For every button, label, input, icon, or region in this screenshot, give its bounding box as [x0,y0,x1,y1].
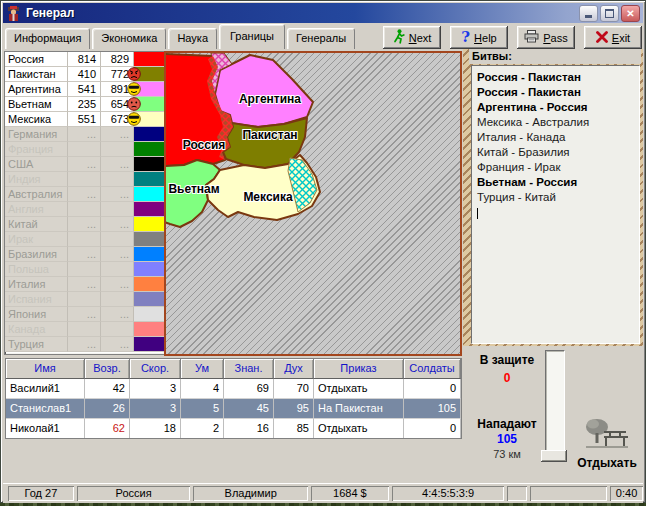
country-row-17[interactable]: Япония...... [5,307,164,322]
mood-cool-icon [127,112,141,126]
country-row-6[interactable]: Франция [5,142,164,157]
status-empty-2 [530,486,607,501]
country-row-9[interactable]: Австралия...... [5,187,164,202]
col-header-name[interactable]: Имя [6,359,85,379]
tab-borders[interactable]: Границы [219,24,285,49]
country-color-swatch [134,262,164,277]
status-ratios: 4:4:5:5:3:9 [392,486,505,501]
country-row-2[interactable]: Аргентина541891 [5,82,164,97]
battle-item[interactable]: Италия - Канада [477,130,634,145]
country-row-15[interactable]: Италия...... [5,277,164,292]
country-name: Мексика [5,112,68,127]
country-value-2 [101,292,134,307]
battle-item[interactable]: Франция - Ирак [477,160,634,175]
exit-button[interactable]: Exit [584,26,642,49]
col-header-mind[interactable]: Ум [181,359,224,379]
mood-angry-icon [127,67,141,81]
country-name: США [5,157,68,172]
country-color-swatch [134,307,164,322]
mood-sad-icon [127,97,141,111]
tab-generals[interactable]: Генералы [287,28,355,49]
col-header-age[interactable]: Возр. [85,359,130,379]
col-header-spirit[interactable]: Дух [274,359,314,379]
general-knowledge: 69 [224,379,274,399]
general-spirit: 70 [274,379,314,399]
col-header-soldiers[interactable]: Солдаты [404,359,461,379]
country-row-4[interactable]: Мексика551673 [5,112,164,127]
general-spirit: 85 [274,419,314,439]
world-map[interactable]: Россия Аргентина Пакистан Вьетнам Мексик… [164,51,462,356]
col-header-knowledge[interactable]: Знан. [224,359,274,379]
country-row-12[interactable]: Ирак [5,232,164,247]
country-row-13[interactable]: Бразилия...... [5,247,164,262]
country-value-1: ... [68,127,101,142]
status-ruler: Владимир [193,486,308,501]
troops-slider-track[interactable] [545,350,565,462]
country-value-1: ... [68,247,101,262]
country-color-swatch [134,277,164,292]
country-value-2: ... [101,217,134,232]
country-row-19[interactable]: Турция...... [5,337,164,352]
general-speed: 3 [130,399,181,419]
rest-label[interactable]: Отдыхать [569,456,645,470]
col-header-order[interactable]: Приказ [314,359,404,379]
map-label-mexico: Мексика [243,190,293,204]
country-row-0[interactable]: Россия814829 [5,52,164,67]
country-row-3[interactable]: Вьетнам235654 [5,97,164,112]
general-soldiers: 0 [404,379,461,399]
pass-label: Pass [543,32,567,44]
help-label: Help [474,32,497,44]
country-color-swatch [134,157,164,172]
battle-item[interactable]: Россия - Пакистан [477,85,634,100]
status-bar: Год 27 Россия Владимир 1684 $ 4:4:5:5:3:… [3,483,643,503]
window-title: Генерал [26,6,74,20]
country-name: Бразилия [5,247,68,262]
troops-slider-thumb[interactable] [541,450,567,462]
country-row-11[interactable]: Китай...... [5,217,164,232]
help-button[interactable]: ? Help [450,26,508,49]
battle-item[interactable]: Турция - Китай [477,190,634,205]
country-row-1[interactable]: Пакистан410772 [5,67,164,82]
country-row-10[interactable]: Англия [5,202,164,217]
country-name: Аргентина [5,82,68,97]
battles-listbox[interactable]: Россия - ПакистанРоссия - ПакистанАргент… [471,65,640,344]
country-value-2 [101,232,134,247]
tab-science[interactable]: Наука [168,28,217,49]
close-icon[interactable]: ✕ [621,5,640,22]
country-value-1 [68,172,101,187]
general-row-0[interactable]: Василий142346970Отдыхать0 [6,379,461,399]
battle-item[interactable]: Аргентина - Россия [477,100,634,115]
maximize-icon[interactable] [600,5,619,22]
country-value-1: ... [68,337,101,352]
general-row-1[interactable]: Станислав126354595На Пакистан105 [6,399,461,419]
next-button[interactable]: Next [383,26,441,49]
tab-economy[interactable]: Экономика [92,28,166,49]
country-value-1: ... [68,157,101,172]
pass-button[interactable]: Pass [517,26,575,49]
battle-item[interactable]: Вьетнам - Россия [477,175,634,190]
country-row-5[interactable]: Германия...... [5,127,164,142]
country-value-2: ... [101,277,134,292]
battle-item[interactable]: Мексика - Австралия [477,115,634,130]
country-value-1 [68,232,101,247]
battle-item[interactable]: Китай - Бразилия [477,145,634,160]
country-color-swatch [134,247,164,262]
country-color-swatch [134,52,164,67]
general-row-2[interactable]: Николай1621821685Отдыхать0 [6,419,461,439]
park-bench-icon [584,436,630,453]
country-row-18[interactable]: Канада [5,322,164,337]
title-bar[interactable]: Генерал ✕ [3,3,643,23]
battle-item[interactable]: Россия - Пакистан [477,70,634,85]
general-knowledge: 45 [224,399,274,419]
tab-information[interactable]: Информация [5,28,90,49]
country-row-7[interactable]: США...... [5,157,164,172]
minimize-icon[interactable] [579,5,598,22]
country-row-8[interactable]: Индия [5,172,164,187]
country-row-16[interactable]: Испания [5,292,164,307]
col-header-speed[interactable]: Скор. [130,359,181,379]
general-order: Отдыхать [314,419,404,439]
country-value-2: ... [101,127,134,142]
generals-table: Имя Возр. Скор. Ум Знан. Дух Приказ Солд… [5,358,462,439]
country-row-14[interactable]: Польша [5,262,164,277]
status-country: Россия [77,486,191,501]
